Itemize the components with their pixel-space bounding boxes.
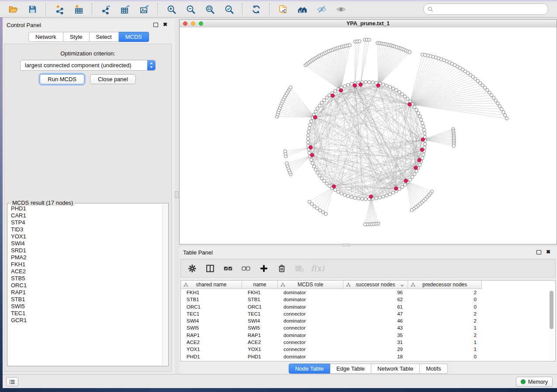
column-label: name — [253, 282, 266, 288]
mcds-result-list[interactable]: PHD1CAR1STP4TID3YOX1SWI4SRD1PMA2FKH1ACE2… — [8, 205, 162, 365]
mcds-result-item[interactable]: RAP1 — [8, 289, 162, 296]
table-row[interactable]: FKH1FKH1dominator962 — [181, 289, 555, 296]
export-image-button[interactable] — [137, 2, 152, 16]
table-cell: 2 — [408, 289, 482, 296]
table-row[interactable]: RAP1RAP1dominator352 — [181, 332, 555, 339]
table-row[interactable]: PHD1PHD1dominator180 — [181, 353, 555, 360]
table-scrollbar[interactable] — [549, 289, 554, 360]
toolbar-separator — [45, 3, 46, 15]
copy-style-button[interactable] — [276, 2, 291, 16]
close-panel-icon[interactable]: ✖ — [163, 21, 167, 28]
float-panel-icon[interactable] — [153, 23, 158, 27]
mcds-result-item[interactable]: STB5 — [8, 275, 162, 282]
zoom-out-button[interactable] — [183, 2, 198, 16]
mcds-result-item[interactable]: ACE2 — [8, 268, 162, 275]
column-header-MCDS-role[interactable]: MCDS role — [278, 281, 343, 289]
table-cell: dominator — [278, 303, 343, 310]
zoom-fit-button[interactable] — [202, 2, 217, 16]
mcds-result-item[interactable]: SWI5 — [8, 303, 162, 310]
export-table-button[interactable] — [118, 2, 132, 16]
import-table-button[interactable] — [71, 2, 86, 16]
table-row[interactable]: YOX1YOX1connector291 — [181, 346, 555, 353]
column-header-successor-nodes[interactable]: successor nodes — [343, 281, 408, 289]
zoom-selected-button[interactable] — [221, 2, 236, 16]
mcds-result-item[interactable]: TID3 — [8, 226, 162, 233]
table-cell: 18 — [343, 353, 408, 360]
zoom-in-button[interactable] — [164, 2, 179, 16]
table-cell: 46 — [343, 317, 408, 324]
table-row[interactable]: SWI5SWI5connector431 — [181, 324, 555, 331]
save-button[interactable] — [25, 2, 40, 16]
column-header-shared-name[interactable]: shared name — [181, 281, 242, 289]
open-folder-button[interactable] — [6, 2, 21, 16]
table-cell: TEC1 — [242, 310, 278, 317]
table-cell: SWI4 — [181, 317, 242, 324]
vertical-splitter-handle[interactable] — [175, 191, 179, 198]
gear-button[interactable] — [187, 263, 198, 274]
tab-mcds[interactable]: MCDS — [119, 32, 149, 42]
run-mcds-button[interactable]: Run MCDS — [40, 74, 84, 84]
search-houses-button[interactable] — [295, 2, 310, 16]
optimization-criterion-select[interactable]: largest connected component (undirected) — [20, 60, 156, 71]
tab-node-table[interactable]: Node Table — [288, 364, 330, 374]
mcds-result-item[interactable]: STP4 — [8, 219, 162, 226]
delete-table-icon — [295, 264, 304, 273]
mcds-result-item[interactable]: FKH1 — [8, 261, 162, 268]
refresh-button[interactable] — [249, 2, 263, 16]
mcds-result-item[interactable]: TEC1 — [8, 310, 162, 317]
table-cell: 1 — [408, 339, 482, 346]
mcds-result-item[interactable]: PMA2 — [8, 254, 162, 261]
tab-select[interactable]: Select — [90, 32, 119, 42]
search-box[interactable] — [423, 3, 548, 15]
delete-button[interactable] — [276, 263, 287, 274]
mcds-result-item[interactable]: STB1 — [8, 296, 162, 303]
mcds-result-item[interactable]: PHD1 — [8, 205, 162, 212]
table-cell: connector — [278, 310, 343, 317]
hide-unhide-button[interactable] — [314, 2, 329, 16]
close-table-panel-icon[interactable]: ✖ — [546, 249, 550, 255]
mcds-result-item[interactable]: SWI4 — [8, 240, 162, 247]
export-table-icon — [120, 4, 130, 14]
close-panel-button[interactable]: Close panel — [90, 74, 136, 84]
column-type-icon — [411, 282, 415, 287]
mcds-result-item[interactable]: SRD1 — [8, 247, 162, 254]
column-header-predecessor-nodes[interactable]: predecessor nodes — [408, 281, 482, 289]
float-table-panel-icon[interactable] — [536, 250, 541, 254]
tab-edge-table[interactable]: Edge Table — [330, 364, 371, 374]
table-row[interactable]: SWI4SWI4dominator462 — [181, 317, 555, 324]
control-panel-title: Control Panel — [7, 22, 41, 28]
columns-button[interactable] — [204, 263, 216, 274]
search-input[interactable] — [436, 6, 544, 13]
table-row[interactable]: ORC1ORC1dominator610 — [181, 303, 555, 310]
mcds-result-scrollbar[interactable] — [162, 204, 168, 365]
table-row[interactable]: STB1STB1dominator620 — [181, 296, 555, 303]
tab-network-table[interactable]: Network Table — [371, 364, 420, 374]
export-network-button[interactable] — [98, 2, 113, 16]
toolbar-separator — [157, 3, 158, 15]
add-button[interactable] — [258, 263, 270, 274]
mcds-result-item[interactable]: YOX1 — [8, 233, 162, 240]
network-canvas[interactable] — [180, 28, 557, 244]
tab-style[interactable]: Style — [63, 32, 90, 42]
tab-network[interactable]: Network — [28, 32, 63, 42]
mcds-result-item[interactable]: CAR1 — [8, 212, 162, 219]
task-history-button[interactable] — [6, 377, 18, 386]
table-cell: dominator — [278, 332, 343, 339]
column-header-name[interactable]: name — [242, 281, 278, 289]
mcds-result-item[interactable]: GCR1 — [8, 317, 162, 324]
scrollbar-thumb[interactable] — [550, 291, 554, 329]
select-all-button[interactable] — [222, 263, 234, 274]
hide-unhide-icon — [317, 4, 327, 14]
show-hide-button[interactable] — [333, 2, 348, 16]
network-window-titlebar[interactable]: YPA_prune.txt_1 — [180, 20, 557, 28]
add-icon — [259, 264, 269, 273]
memory-button[interactable]: Memory — [516, 377, 553, 387]
table-row[interactable]: TEC1TEC1connector472 — [181, 310, 555, 317]
import-network-button[interactable] — [52, 2, 67, 16]
tab-motifs[interactable]: Motifs — [420, 364, 448, 374]
unselect-all-button[interactable] — [240, 263, 252, 274]
mcds-result-item[interactable]: ORC1 — [8, 282, 162, 289]
column-label: successor nodes — [356, 282, 395, 288]
table-row[interactable]: ACE2ACE2connector311 — [181, 339, 555, 346]
table-cell: 0 — [408, 303, 482, 310]
